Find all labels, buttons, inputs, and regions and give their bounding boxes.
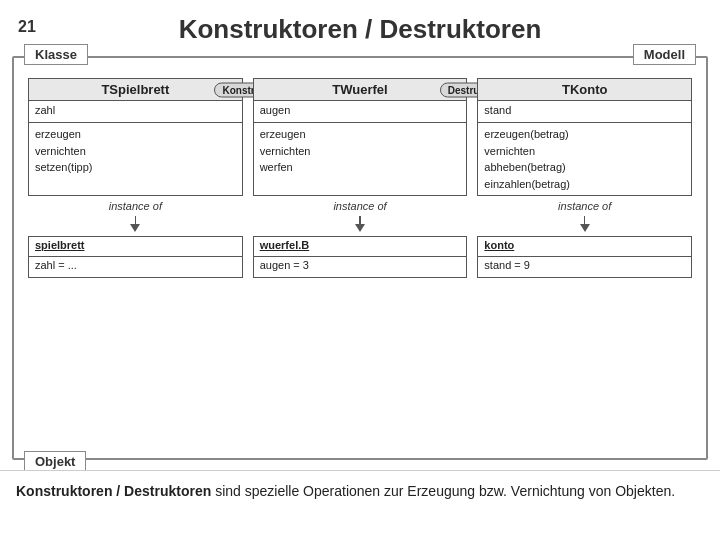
method-erzeugen-1: erzeugen xyxy=(35,126,236,143)
method-erzeugen-2: erzeugen xyxy=(260,126,461,143)
method-vernichten-1: vernichten xyxy=(35,143,236,160)
class-twuerfel-field: augen xyxy=(254,101,467,123)
arrow-line-1 xyxy=(135,216,137,224)
class-tspielbrett-name: TSpielbrett xyxy=(101,82,169,97)
modell-badge: Modell xyxy=(633,44,696,65)
instance-of-text-3: instance of xyxy=(558,200,611,212)
class-tspielbrett-methods: erzeugen vernichten setzen(tipp) xyxy=(29,123,242,179)
instance-cell-3: instance of xyxy=(477,200,692,234)
arrow-head-1 xyxy=(130,224,140,232)
main-area: Modell Klasse TSpielbrett Konstruktor za… xyxy=(12,56,708,460)
instance-arrow-3 xyxy=(580,216,590,232)
object-spielbrett-value: zahl = ... xyxy=(29,257,242,277)
method-erzeugen-betrag: erzeugen(betrag) xyxy=(484,126,685,143)
bottom-text-bold: Konstruktoren / Destruktoren xyxy=(16,483,211,499)
class-tkonto-header: TKonto xyxy=(478,79,691,101)
slide-title: Konstruktoren / Destruktoren xyxy=(0,0,720,53)
instance-cell-2: instance of xyxy=(253,200,468,234)
method-abheben: abheben(betrag) xyxy=(484,159,685,176)
instance-arrow-1 xyxy=(130,216,140,232)
method-werfen: werfen xyxy=(260,159,461,176)
method-einzahlen: einzahlen(betrag) xyxy=(484,176,685,193)
instance-cell-1: instance of xyxy=(28,200,243,234)
class-tspielbrett-header: TSpielbrett Konstruktor xyxy=(29,79,242,101)
class-tspielbrett-field: zahl xyxy=(29,101,242,123)
class-twuerfel-header: TWuerfel Destruktor xyxy=(254,79,467,101)
arrow-line-2 xyxy=(359,216,361,224)
object-spielbrett: spielbrett zahl = ... xyxy=(28,236,243,278)
instance-arrow-2 xyxy=(355,216,365,232)
class-twuerfel-name: TWuerfel xyxy=(332,82,387,97)
arrow-head-2 xyxy=(355,224,365,232)
class-tkonto-field: stand xyxy=(478,101,691,123)
object-konto: konto stand = 9 xyxy=(477,236,692,278)
klasse-badge: Klasse xyxy=(24,44,88,65)
class-tkonto-name: TKonto xyxy=(562,82,607,97)
class-twuerfel-methods: erzeugen vernichten werfen xyxy=(254,123,467,179)
instance-of-text-1: instance of xyxy=(109,200,162,212)
objekt-badge: Objekt xyxy=(24,451,86,472)
objects-row: spielbrett zahl = ... wuerfel.B augen = … xyxy=(14,234,706,286)
arrow-head-3 xyxy=(580,224,590,232)
slide: 21 Konstruktoren / Destruktoren Modell K… xyxy=(0,0,720,540)
method-vernichten-2: vernichten xyxy=(260,143,461,160)
object-wuerfel-value: augen = 3 xyxy=(254,257,467,277)
bottom-text-rest: sind spezielle Operationen zur Erzeugung… xyxy=(211,483,675,499)
class-tkonto: TKonto stand erzeugen(betrag) vernichten… xyxy=(477,78,692,196)
class-tkonto-methods: erzeugen(betrag) vernichten abheben(betr… xyxy=(478,123,691,195)
class-tspielbrett: TSpielbrett Konstruktor zahl erzeugen ve… xyxy=(28,78,243,196)
slide-number: 21 xyxy=(18,18,36,36)
method-setzen: setzen(tipp) xyxy=(35,159,236,176)
object-wuerfel: wuerfel.B augen = 3 xyxy=(253,236,468,278)
method-vernichten-3: vernichten xyxy=(484,143,685,160)
classes-row: TSpielbrett Konstruktor zahl erzeugen ve… xyxy=(14,58,706,196)
object-spielbrett-name: spielbrett xyxy=(29,237,242,257)
class-twuerfel: TWuerfel Destruktor augen erzeugen verni… xyxy=(253,78,468,196)
instance-of-text-2: instance of xyxy=(333,200,386,212)
object-konto-value: stand = 9 xyxy=(478,257,691,277)
object-konto-name: konto xyxy=(478,237,691,257)
instance-row: instance of instance of instance of xyxy=(14,196,706,234)
object-wuerfel-name: wuerfel.B xyxy=(254,237,467,257)
arrow-line-3 xyxy=(584,216,586,224)
bottom-text: Konstruktoren / Destruktoren sind spezie… xyxy=(0,470,720,540)
